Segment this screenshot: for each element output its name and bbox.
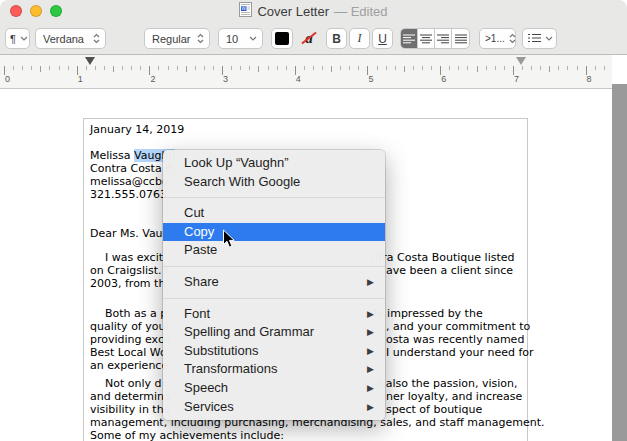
document-text-line: January 14, 2019	[90, 123, 521, 136]
text-fragment: 2003, from th	[90, 277, 165, 290]
line-spacing-stepper[interactable]: >1...	[479, 28, 516, 49]
ruler-inch-label: 6	[441, 74, 446, 84]
align-justify-button[interactable]	[452, 29, 469, 48]
ruler-numbers: 012345678	[4, 74, 612, 87]
menu-item-label: Look Up “Vaughn”	[184, 154, 289, 173]
text-fragment: an experience	[90, 359, 168, 372]
ruler-inch-label: 8	[587, 74, 592, 84]
align-center-button[interactable]	[418, 29, 435, 48]
text-fragment: I was excit	[105, 251, 163, 264]
menu-item-cut[interactable]: Cut	[163, 204, 385, 223]
menu-item-label: Transformations	[184, 360, 277, 379]
text-fragment: Some of my achievements include:	[90, 429, 284, 441]
menu-item-spelling-and-grammar[interactable]: Spelling and Grammar▶	[163, 323, 385, 342]
window-edited-status: — Edited	[334, 4, 387, 19]
menu-item-search-with-google[interactable]: Search With Google	[163, 173, 385, 192]
font-family-value: Verdana	[43, 33, 84, 45]
menu-item-label: Copy	[184, 223, 214, 242]
chevron-down-icon	[245, 36, 257, 41]
text-fragment: 321.555.0763	[90, 188, 167, 201]
scrollbar-track[interactable]	[612, 84, 627, 441]
ruler-inch-label: 5	[369, 74, 374, 84]
underline-label: U	[378, 32, 387, 46]
menu-item-label: Cut	[184, 204, 204, 223]
document-proxy-icon[interactable]: W	[239, 2, 252, 21]
document-text-line: Some of my achievements include:	[90, 429, 521, 441]
char-color-glyph: a	[305, 30, 313, 47]
menu-item-label: Search With Google	[184, 173, 300, 192]
list-bullets-icon	[528, 33, 541, 45]
text-fragment: I understand your need for	[386, 346, 534, 359]
format-toolbar: ¶ Verdana Regular 10 a B I	[0, 23, 627, 55]
font-size-value: 10	[226, 33, 238, 45]
menu-item-services[interactable]: Services▶	[163, 398, 385, 417]
paragraph-styles-button[interactable]: ¶	[5, 28, 30, 49]
underline-button[interactable]: U	[372, 28, 393, 49]
text-fragment: visibility in the	[90, 403, 170, 416]
ruler-inch-label: 1	[78, 74, 83, 84]
menu-item-transformations[interactable]: Transformations▶	[163, 360, 385, 379]
updown-stepper-icon	[89, 33, 100, 44]
chevron-down-icon	[541, 36, 553, 41]
doc-block: January 14, 2019	[90, 123, 521, 136]
bold-button[interactable]: B	[326, 28, 347, 49]
text-fragment: ave been a client since	[386, 264, 513, 277]
menu-item-label: Spelling and Grammar	[184, 323, 314, 342]
text-fragment: Melissa	[90, 149, 134, 162]
text-fragment: and determina	[90, 390, 171, 403]
menu-item-copy[interactable]: Copy	[163, 223, 385, 242]
italic-label: I	[358, 31, 362, 46]
text-fragment: melissa@ccbo	[90, 175, 169, 188]
submenu-arrow-icon: ▶	[367, 342, 374, 361]
character-color-button[interactable]: a	[299, 28, 319, 49]
menu-item-label: Speech	[184, 379, 228, 398]
menu-item-look-up-vaughn[interactable]: Look Up “Vaughn”	[163, 154, 385, 173]
window-title: Cover Letter	[257, 4, 329, 19]
font-style-value: Regular	[152, 33, 191, 45]
ruler-inch-label: 2	[150, 74, 155, 84]
text-fragment: on Craigslist. I	[90, 264, 168, 277]
menu-separator	[163, 266, 385, 267]
menu-item-label: Services	[184, 398, 234, 417]
text-fragment: ner loyalty, and increase	[386, 390, 522, 403]
right-margin-marker[interactable]	[516, 57, 526, 65]
svg-text:W: W	[242, 6, 247, 11]
context-menu: Look Up “Vaughn”Search With GoogleCutCop…	[163, 150, 385, 420]
menu-item-speech[interactable]: Speech▶	[163, 379, 385, 398]
text-fragment: Both as a p	[105, 307, 167, 320]
text-color-well[interactable]	[271, 28, 293, 49]
color-swatch-black	[275, 32, 289, 45]
submenu-arrow-icon: ▶	[367, 398, 374, 417]
menu-item-font[interactable]: Font▶	[163, 305, 385, 324]
submenu-arrow-icon: ▶	[367, 305, 374, 324]
menu-item-label: Substitutions	[184, 342, 258, 361]
line-spacing-value: >1...	[485, 33, 505, 44]
list-style-button[interactable]	[522, 28, 557, 49]
updown-stepper-icon	[193, 33, 204, 44]
text-fragment: , and your commitment to	[386, 320, 530, 333]
italic-button[interactable]: I	[349, 28, 370, 49]
font-family-select[interactable]: Verdana	[35, 28, 106, 49]
menu-item-paste[interactable]: Paste	[163, 241, 385, 260]
font-size-select[interactable]: 10	[218, 28, 263, 49]
text-fragment: spect of boutique	[386, 403, 482, 416]
menu-separator	[163, 298, 385, 299]
menu-item-share[interactable]: Share▶	[163, 273, 385, 292]
text-fragment: Dear Ms. Vaug	[90, 227, 170, 240]
font-style-select[interactable]: Regular	[144, 28, 210, 49]
titlebar[interactable]: W Cover Letter — Edited	[0, 0, 627, 23]
align-left-button[interactable]	[401, 29, 418, 48]
text-fragment: January 14, 2019	[90, 123, 184, 136]
ruler[interactable]: 012345678	[0, 55, 612, 89]
bold-label: B	[332, 32, 341, 46]
chevron-down-icon	[16, 36, 28, 41]
align-right-button[interactable]	[435, 29, 452, 48]
menu-item-substitutions[interactable]: Substitutions▶	[163, 342, 385, 361]
left-margin-marker[interactable]	[85, 57, 95, 65]
alignment-segmented-control	[400, 28, 470, 49]
menu-item-label: Paste	[184, 241, 217, 260]
textedit-window: W Cover Letter — Edited ¶ Verdana Regula…	[0, 0, 627, 441]
ruler-inch-label: 0	[5, 74, 10, 84]
text-fragment: Best Local Wo	[90, 346, 167, 359]
text-fragment: ntra Costa Boutique listed	[371, 251, 514, 264]
